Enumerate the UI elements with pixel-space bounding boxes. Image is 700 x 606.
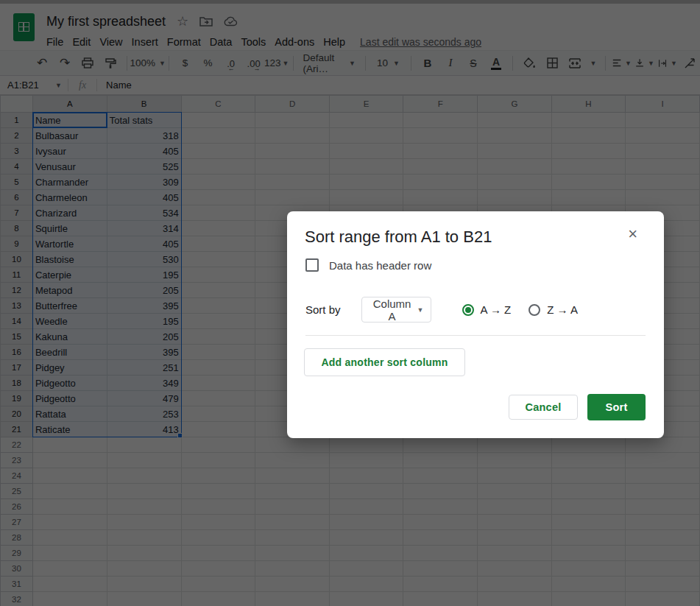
add-sort-column-button[interactable]: Add another sort column [304, 348, 465, 376]
sort-column-select[interactable]: Column A ▼ [361, 297, 431, 323]
checkbox-label: Data has header row [329, 259, 431, 272]
sheets-app: My first spreadsheet ☆ FileEditViewInser… [0, 0, 700, 606]
sort-descending-option[interactable]: Z → A [528, 303, 578, 316]
radio-selected-icon[interactable] [462, 304, 474, 316]
dialog-title: Sort range from A1 to B21 [305, 228, 492, 247]
sort-button[interactable]: Sort [587, 394, 646, 420]
header-row-option[interactable]: Data has header row [305, 258, 431, 272]
radio-unselected-icon[interactable] [528, 304, 540, 316]
ascending-label: A → Z [481, 303, 512, 316]
checkbox-icon[interactable] [305, 258, 319, 272]
sort-by-label: Sort by [305, 303, 341, 316]
descending-label: Z → A [547, 303, 578, 316]
cancel-button[interactable]: Cancel [509, 395, 578, 420]
chevron-down-icon: ▼ [417, 306, 424, 314]
sort-column-value: Column A [371, 297, 414, 323]
sort-by-row: Sort by Column A ▼ A → Z Z → A [305, 297, 578, 323]
sort-range-dialog: Sort range from A1 to B21 × Data has hea… [287, 211, 664, 438]
dialog-divider [305, 335, 646, 336]
sort-ascending-option[interactable]: A → Z [462, 303, 512, 316]
close-icon[interactable]: × [628, 226, 637, 242]
